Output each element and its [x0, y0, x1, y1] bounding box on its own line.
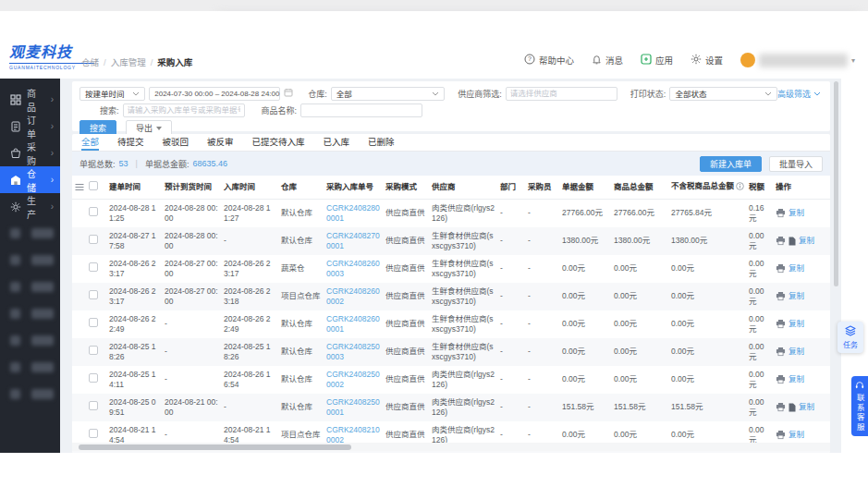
cell-tax: 0.00元	[747, 397, 774, 418]
cell-order_no[interactable]: CGRK24082600002	[324, 286, 384, 307]
chevron-down-icon[interactable]: ▾	[851, 56, 855, 65]
row-checkbox[interactable]	[89, 429, 98, 438]
advanced-filter-link[interactable]: 高级筛选	[777, 88, 821, 100]
row-checkbox[interactable]	[89, 318, 98, 327]
avatar[interactable]	[740, 53, 755, 67]
copy-link[interactable]: 复制	[799, 402, 814, 412]
tab-全部[interactable]: 全部	[81, 134, 99, 151]
cell-order_no[interactable]: CGRK24082500003	[324, 342, 384, 362]
search-input[interactable]	[123, 103, 245, 117]
column-settings-icon[interactable]	[72, 183, 87, 191]
printer-icon[interactable]	[776, 208, 786, 218]
copy-link[interactable]: 复制	[789, 430, 804, 440]
cell-order_no[interactable]: CGRK24082600001	[324, 314, 384, 335]
copy-link[interactable]: 复制	[799, 236, 814, 246]
breadcrumb-inbound-mgmt[interactable]: 入库管理	[111, 55, 146, 68]
messages-button[interactable]: 消息	[592, 54, 623, 67]
copy-link[interactable]: 复制	[789, 374, 804, 384]
settings-button[interactable]: 设置	[691, 54, 723, 67]
blurred-label	[31, 282, 55, 292]
help-center-button[interactable]: ? 帮助中心	[524, 54, 574, 67]
cell-order_no[interactable]: CGRK24082500001	[324, 397, 384, 418]
sidebar-item-blurred[interactable]	[0, 381, 60, 408]
cell-inbound: 2024-08-26 16:54	[222, 370, 279, 390]
printer-icon[interactable]	[776, 263, 786, 274]
row-checkbox[interactable]	[89, 235, 98, 244]
sidebar-item-blurred[interactable]	[0, 247, 60, 274]
horizontal-scrollbar[interactable]	[79, 444, 351, 450]
tab-已删除[interactable]: 已删除	[368, 134, 395, 151]
sidebar-item-blurred[interactable]	[0, 300, 60, 327]
cell-order_no[interactable]: CGRK24082500002	[324, 370, 384, 390]
sidebar-item-商品[interactable]: 商品›	[0, 86, 60, 113]
copy-link[interactable]: 复制	[789, 347, 804, 357]
row-checkbox[interactable]	[89, 346, 98, 355]
warehouse-select[interactable]: 全部	[331, 87, 446, 101]
vertical-scrollbar[interactable]	[834, 81, 838, 286]
printer-icon[interactable]	[776, 319, 786, 329]
cell-total: 1380.00元	[612, 236, 669, 246]
print-status-select[interactable]: 全部状态	[669, 87, 777, 101]
chevron-right-icon: ›	[51, 149, 54, 158]
table-row: 2024-08-25 09:512024-08-21 00:00-默认仓库CGR…	[72, 394, 830, 421]
sidebar-item-订单[interactable]: 订单›	[0, 113, 60, 140]
table-row: 2024-08-25 14:11-2024-08-26 16:54默认仓库CGR…	[72, 366, 830, 394]
cell-supplier: 生鲜食材供应商(sxscgys3710)	[430, 231, 498, 251]
row-checkbox[interactable]	[89, 262, 98, 272]
tab-已提交待入库[interactable]: 已提交待入库	[252, 134, 305, 151]
copy-link[interactable]: 复制	[789, 263, 804, 274]
cell-order_no[interactable]: CGRK24082700001	[324, 231, 384, 251]
copy-link[interactable]: 复制	[789, 319, 804, 329]
cell-inbound: 2024-08-26 23:17	[222, 259, 279, 279]
chevron-right-icon: ›	[51, 202, 54, 212]
chevron-down-icon	[156, 127, 162, 130]
sidebar-item-blurred[interactable]	[0, 354, 60, 381]
row-checkbox[interactable]	[89, 290, 98, 299]
apps-button[interactable]: 应用	[641, 54, 673, 67]
cell-created: 2024-08-26 22:49	[107, 314, 163, 335]
sidebar-item-采购[interactable]: 采购›	[0, 140, 60, 166]
cell-buyer: -	[526, 291, 560, 301]
cell-created: 2024-08-28 11:25	[107, 203, 163, 224]
chevron-right-icon: ›	[51, 122, 54, 131]
sidebar-item-blurred[interactable]	[0, 327, 60, 354]
row-checkbox[interactable]	[89, 401, 98, 410]
tab-待提交[interactable]: 待提交	[117, 134, 144, 151]
printer-icon[interactable]	[776, 374, 786, 384]
sidebar-item-生产[interactable]: 生产›	[0, 193, 60, 220]
tab-被反审[interactable]: 被反审	[207, 134, 234, 151]
sidebar-item-仓储[interactable]: 仓储›	[0, 166, 60, 193]
copy-link[interactable]: 复制	[789, 208, 804, 218]
product-name-input[interactable]	[300, 103, 422, 117]
info-icon[interactable]	[736, 182, 744, 193]
copy-link[interactable]: 复制	[789, 291, 804, 301]
time-type-select[interactable]: 按建单时间	[79, 87, 145, 101]
batch-import-button[interactable]: 批量导入	[769, 156, 823, 172]
table-row: 2024-08-27 17:582024-08-28 00:00-默认仓库CGR…	[72, 227, 830, 255]
tab-被驳回[interactable]: 被驳回	[163, 134, 189, 151]
copy-doc-icon[interactable]	[789, 403, 796, 412]
cell-amount: 0.00元	[560, 430, 612, 440]
cell-order_no[interactable]: CGRK24082600003	[324, 259, 384, 279]
row-checkbox[interactable]	[89, 373, 98, 383]
date-range-picker[interactable]: 2024-07-30 00:00 – 2024-08-28 24:00	[149, 87, 280, 101]
sidebar-item-blurred[interactable]	[0, 220, 60, 247]
supplier-filter-input[interactable]	[506, 87, 617, 101]
breadcrumb-warehouse[interactable]: 仓储	[81, 55, 99, 68]
create-inbound-button[interactable]: 新建入库单	[700, 156, 762, 172]
tasks-floating-button[interactable]: 任务	[837, 322, 863, 353]
printer-icon[interactable]	[776, 430, 786, 440]
printer-icon[interactable]	[776, 236, 786, 246]
copy-doc-icon[interactable]	[789, 237, 796, 246]
contact-service-button[interactable]: 联系客服	[851, 376, 868, 436]
cell-order_no[interactable]: CGRK24082800001	[324, 203, 384, 224]
cell-mode: 供应商直供	[384, 208, 430, 218]
printer-icon[interactable]	[776, 347, 786, 357]
printer-icon[interactable]	[776, 402, 786, 412]
select-all-checkbox[interactable]	[89, 181, 98, 190]
row-checkbox[interactable]	[89, 207, 98, 216]
user-menu[interactable]: ▾	[740, 53, 855, 67]
tab-已入库[interactable]: 已入库	[324, 134, 350, 151]
printer-icon[interactable]	[776, 291, 786, 301]
sidebar-item-blurred[interactable]	[0, 274, 60, 300]
